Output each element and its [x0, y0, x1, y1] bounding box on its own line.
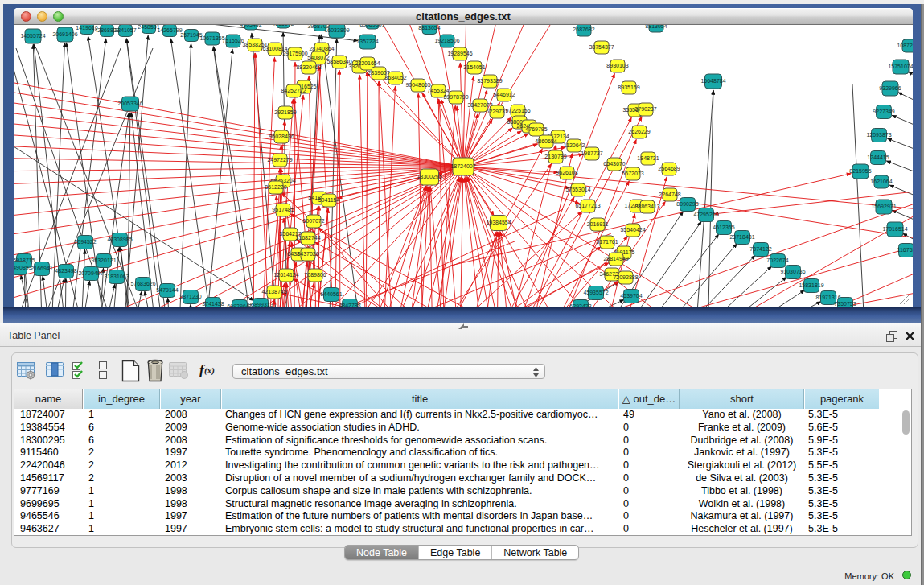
- svg-text:2687682: 2687682: [573, 27, 594, 32]
- svg-text:8935169: 8935169: [618, 84, 639, 90]
- svg-text:8930103: 8930103: [606, 63, 628, 68]
- svg-text:4769795: 4769795: [525, 126, 547, 132]
- svg-text:(x): (x): [204, 365, 215, 376]
- svg-text:20709497: 20709497: [78, 270, 103, 276]
- svg-text:3341057: 3341057: [114, 27, 136, 33]
- svg-text:12614124: 12614124: [273, 272, 298, 278]
- svg-text:1244415: 1244415: [867, 154, 889, 160]
- svg-text:5672073: 5672073: [622, 171, 643, 176]
- svg-text:15831819: 15831819: [799, 282, 823, 288]
- svg-text:5041154: 5041154: [318, 197, 340, 203]
- svg-text:3154051: 3154051: [463, 64, 485, 70]
- svg-text:3741438: 3741438: [202, 301, 224, 307]
- svg-text:2264748: 2264748: [659, 192, 680, 197]
- svg-text:15751074: 15751074: [888, 64, 913, 69]
- svg-text:3871230: 3871230: [179, 294, 201, 299]
- svg-text:4903402: 4903402: [240, 25, 261, 27]
- svg-text:7350753: 7350753: [834, 301, 856, 307]
- svg-text:10671355: 10671355: [199, 35, 224, 41]
- svg-text:7357224: 7357224: [356, 39, 378, 44]
- svg-text:8813054: 8813054: [418, 25, 440, 31]
- svg-text:47295260: 47295260: [693, 212, 718, 217]
- svg-text:24972279: 24972279: [267, 157, 292, 163]
- svg-text:14055724: 14055724: [20, 33, 45, 39]
- svg-text:91030736: 91030736: [780, 269, 805, 274]
- svg-text:42138745: 42138745: [261, 289, 286, 295]
- svg-text:2016911: 2016911: [587, 221, 609, 227]
- svg-text:31682744: 31682744: [295, 235, 320, 241]
- svg-text:17016514: 17016514: [882, 226, 907, 232]
- svg-text:6292423: 6292423: [569, 303, 591, 307]
- svg-text:8090293: 8090293: [676, 201, 698, 207]
- svg-text:7374122: 7374122: [749, 246, 771, 252]
- svg-text:16033809: 16033809: [324, 27, 349, 33]
- svg-text:89978790: 89978790: [443, 94, 468, 100]
- svg-text:18724007: 18724007: [450, 163, 475, 169]
- svg-text:55540424: 55540424: [620, 227, 645, 233]
- svg-text:4842788: 4842788: [339, 303, 360, 307]
- svg-text:87490893: 87490893: [14, 265, 32, 270]
- svg-text:19218506: 19218506: [434, 38, 459, 43]
- svg-text:1120642: 1120642: [564, 142, 585, 148]
- svg-text:2130789: 2130789: [544, 154, 566, 159]
- svg-text:20053346: 20053346: [117, 101, 142, 106]
- svg-text:116753: 116753: [897, 247, 913, 253]
- svg-text:4860684: 4860684: [535, 138, 556, 144]
- svg-text:81971316: 81971316: [815, 295, 840, 300]
- svg-text:2437026: 2437026: [297, 251, 318, 257]
- svg-text:29175900: 29175900: [282, 51, 307, 56]
- svg-text:1987737: 1987737: [581, 150, 602, 156]
- svg-text:2166941: 2166941: [31, 266, 52, 271]
- svg-text:95320121: 95320121: [91, 257, 116, 263]
- svg-text:6440561: 6440561: [320, 291, 342, 297]
- svg-text:65177213: 65177213: [575, 203, 600, 208]
- svg-text:95899313: 95899313: [248, 302, 273, 307]
- svg-text:14265799: 14265799: [157, 27, 182, 33]
- svg-text:9626108: 9626108: [556, 170, 577, 175]
- svg-text:97225156: 97225156: [505, 108, 530, 113]
- svg-text:6543670: 6543670: [603, 161, 625, 167]
- svg-text:57683626: 57683626: [130, 281, 155, 286]
- svg-text:83793389: 83793389: [477, 78, 502, 84]
- svg-text:8215955: 8215955: [849, 168, 871, 174]
- svg-text:2564689: 2564689: [658, 166, 680, 171]
- svg-text:4539704: 4539704: [620, 293, 642, 299]
- svg-text:2921859: 2921859: [274, 109, 296, 115]
- svg-text:72092888: 72092888: [613, 274, 638, 280]
- svg-text:15692971: 15692971: [871, 204, 896, 209]
- svg-text:7515526: 7515526: [222, 38, 244, 43]
- svg-text:1848731: 1848731: [637, 155, 659, 161]
- svg-text:5446912: 5446912: [493, 92, 515, 97]
- svg-text:2694522: 2694522: [74, 239, 96, 245]
- svg-text:96028436: 96028436: [269, 134, 294, 139]
- svg-text:7455324: 7455324: [427, 88, 449, 93]
- svg-text:5171761: 5171761: [596, 239, 618, 245]
- svg-text:89089901: 89089901: [359, 25, 384, 27]
- svg-text:8612220: 8612220: [265, 184, 286, 190]
- svg-text:84252722: 84252722: [281, 88, 306, 93]
- svg-text:90048665: 90048665: [405, 82, 430, 88]
- svg-text:47308985: 47308985: [107, 237, 132, 242]
- svg-text:83863413: 83863413: [634, 204, 659, 209]
- svg-text:45935572: 45935572: [583, 290, 608, 295]
- svg-text:3684052: 3684052: [384, 75, 406, 80]
- svg-text:16648784: 16648784: [700, 78, 725, 84]
- svg-text:6007072: 6007072: [302, 218, 324, 224]
- svg-text:19289546: 19289546: [447, 51, 472, 56]
- svg-text:23718431: 23718431: [729, 234, 754, 240]
- svg-text:28814949: 28814949: [603, 256, 628, 262]
- svg-text:38427073: 38427073: [467, 102, 492, 108]
- svg-text:7022674: 7022674: [766, 257, 788, 263]
- svg-text:8813054: 8813054: [645, 25, 667, 29]
- svg-text:31831063: 31831063: [104, 274, 129, 279]
- svg-text:7089806: 7089806: [304, 272, 326, 278]
- svg-text:12093873: 12093873: [866, 132, 891, 138]
- svg-text:38754377: 38754377: [589, 44, 614, 50]
- svg-text:18300295: 18300295: [417, 174, 441, 179]
- svg-text:2626229: 2626229: [628, 129, 650, 134]
- svg-text:4335942: 4335942: [272, 25, 294, 27]
- svg-text:20691406: 20691406: [52, 31, 77, 37]
- svg-text:1621064: 1621064: [870, 179, 892, 184]
- svg-text:9329966: 9329966: [879, 85, 901, 91]
- svg-text:4823498: 4823498: [55, 268, 76, 274]
